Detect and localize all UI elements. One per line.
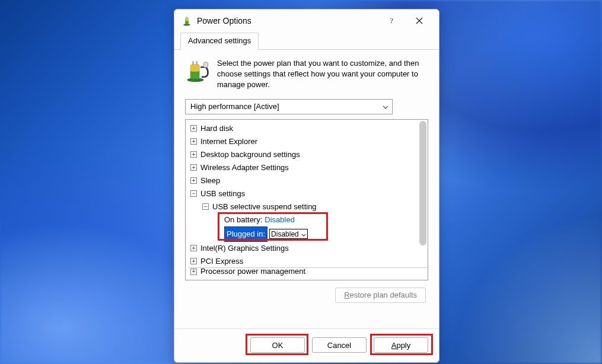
scrollbar-thumb[interactable] — [419, 121, 426, 245]
battery-plug-icon — [185, 58, 210, 83]
tab-advanced-settings[interactable]: Advanced settings — [180, 33, 259, 50]
power-plan-dropdown[interactable]: High performance [Active] — [185, 99, 393, 114]
tree-node-wireless-adapter[interactable]: Wireless Adapter Settings — [188, 161, 428, 174]
titlebar: Power Options ? — [174, 9, 439, 32]
power-plan-selected: High performance [Active] — [190, 102, 279, 111]
tree-node-desktop-background[interactable]: Desktop background settings — [188, 148, 428, 161]
tree-node-usb-selective-suspend[interactable]: USB selective suspend setting — [188, 200, 428, 213]
settings-tree: Hard disk Internet Explorer Desktop back… — [185, 119, 428, 280]
on-battery-value[interactable]: Disabled — [265, 213, 295, 226]
intro-row: Select the power plan that you want to c… — [185, 58, 428, 91]
ok-button[interactable]: OK — [250, 337, 305, 353]
chevron-down-icon — [301, 228, 306, 241]
tree-node-internet-explorer[interactable]: Internet Explorer — [188, 135, 428, 148]
expand-icon[interactable] — [190, 269, 197, 275]
expand-icon[interactable] — [190, 164, 197, 171]
plugged-in-label: Plugged in: — [224, 226, 267, 242]
expand-icon[interactable] — [190, 177, 197, 184]
close-button[interactable] — [406, 12, 433, 30]
tree-node-usb-settings[interactable]: USB settings — [188, 187, 428, 200]
svg-rect-8 — [190, 65, 200, 72]
dialog-footer: OK Cancel Apply — [174, 328, 439, 362]
svg-rect-9 — [192, 61, 194, 65]
collapse-icon[interactable] — [202, 203, 209, 210]
tree-node-hard-disk[interactable]: Hard disk — [188, 122, 428, 135]
intro-text: Select the power plan that you want to c… — [217, 58, 428, 91]
svg-rect-10 — [196, 61, 198, 65]
svg-rect-2 — [185, 18, 189, 21]
tree-node-pci-express[interactable]: PCI Express — [188, 255, 428, 268]
tree-node-plugged-in[interactable]: Plugged in: Disabled — [188, 226, 428, 242]
chevron-down-icon — [383, 102, 388, 111]
svg-text:?: ? — [390, 17, 393, 25]
tab-strip: Advanced settings — [174, 32, 439, 50]
expand-icon[interactable] — [190, 138, 197, 145]
window-title: Power Options — [197, 16, 251, 25]
restore-plan-defaults-button: Restore plan defaults — [335, 288, 426, 303]
svg-rect-11 — [204, 62, 208, 68]
cancel-button[interactable]: Cancel — [312, 337, 367, 353]
collapse-icon[interactable] — [190, 190, 197, 197]
expand-icon[interactable] — [190, 151, 197, 158]
plugged-in-dropdown[interactable]: Disabled — [269, 229, 308, 239]
help-button[interactable]: ? — [378, 12, 406, 30]
tree-node-on-battery[interactable]: On battery: Disabled — [188, 213, 428, 226]
tab-page: Select the power plan that you want to c… — [174, 50, 439, 328]
expand-icon[interactable] — [190, 125, 197, 132]
expand-icon[interactable] — [190, 245, 197, 251]
expand-icon[interactable] — [190, 258, 197, 264]
tree-node-sleep[interactable]: Sleep — [188, 174, 428, 187]
apply-button[interactable]: Apply — [374, 337, 428, 353]
power-options-dialog: Power Options ? Advanced settings — [174, 9, 439, 363]
tree-node-intel-graphics[interactable]: Intel(R) Graphics Settings — [188, 242, 428, 255]
svg-rect-4 — [187, 17, 188, 18]
power-options-icon — [181, 15, 192, 26]
tree-node-processor-power[interactable]: Processor power management — [188, 267, 428, 276]
svg-rect-3 — [186, 17, 186, 18]
